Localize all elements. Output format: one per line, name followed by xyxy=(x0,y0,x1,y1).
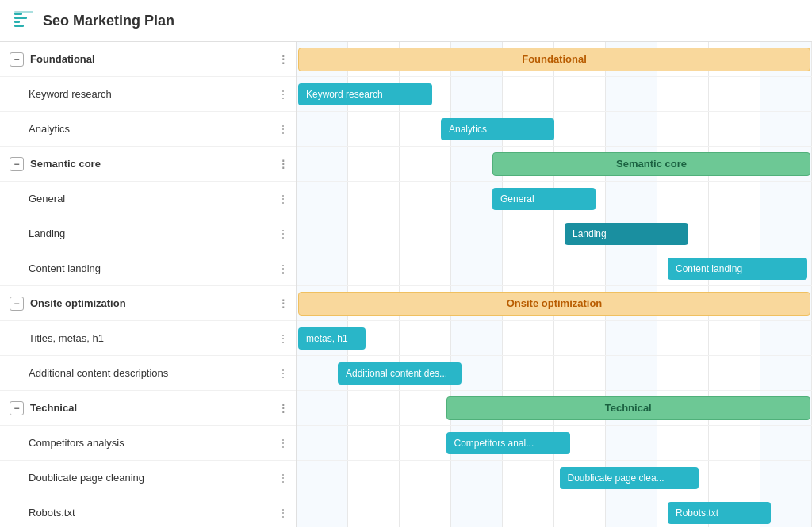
gantt-row-keyword-research: Keyword research xyxy=(297,77,812,112)
bar-general[interactable]: General xyxy=(492,188,596,210)
menu-technical[interactable]: ⋮ xyxy=(278,402,289,415)
bar-competitors-analysis[interactable]: Competitors anal... xyxy=(446,432,570,454)
bar-doublicate-page[interactable]: Doublicate page clea... xyxy=(560,467,699,489)
bar-analytics[interactable]: Analytics xyxy=(441,118,554,140)
bar-onsite-group[interactable]: Onsite optimization xyxy=(298,292,810,316)
gantt-panel: Foundational Keyword research Analytics xyxy=(297,42,812,527)
menu-competitors-analysis[interactable]: ⋮ xyxy=(278,437,289,450)
row-content-landing[interactable]: Content landing ⋮ xyxy=(0,251,296,286)
bar-semantic-core-group[interactable]: Semantic core xyxy=(492,152,810,176)
bar-technical-group[interactable]: Technical xyxy=(446,396,811,420)
gantt-inner: Foundational Keyword research Analytics xyxy=(297,42,812,527)
row-semantic-core[interactable]: − Semantic core ⋮ xyxy=(0,147,296,182)
label-robots-txt: Robots.txt xyxy=(29,507,75,518)
menu-additional-content[interactable]: ⋮ xyxy=(278,367,289,380)
label-competitors-analysis: Competitors analysis xyxy=(29,437,124,449)
label-doublicate-page: Doublicate page cleaning xyxy=(29,472,144,484)
svg-rect-4 xyxy=(14,11,33,13)
bar-semantic-core-label: Semantic core xyxy=(616,158,687,170)
menu-landing[interactable]: ⋮ xyxy=(278,228,289,240)
bar-content-landing[interactable]: Content landing xyxy=(668,258,807,280)
bar-onsite-group-label: Onsite optimization xyxy=(507,297,603,309)
bar-keyword-research[interactable]: Keyword research xyxy=(298,83,432,105)
gantt-row-general: General xyxy=(297,182,812,216)
svg-rect-1 xyxy=(14,17,27,19)
gantt-row-additional-content: Additional content des... xyxy=(297,356,812,391)
gantt-row-onsite: Onsite optimization xyxy=(297,286,812,321)
svg-rect-0 xyxy=(14,13,22,15)
main-content: − Foundational ⋮ Keyword research ⋮ Anal… xyxy=(0,42,812,527)
app-header: Seo Marketing Plan xyxy=(0,0,812,42)
gantt-row-semantic-core: Semantic core xyxy=(297,147,812,182)
collapse-onsite[interactable]: − xyxy=(10,297,24,311)
gantt-row-robots-txt: Robots.txt xyxy=(297,495,812,527)
gantt-row-landing: Landing xyxy=(297,216,812,251)
label-onsite-optimization: Onsite optimization xyxy=(30,297,126,309)
bar-keyword-research-label: Keyword research xyxy=(306,89,383,100)
bar-content-landing-label: Content landing xyxy=(676,263,742,274)
collapse-semantic-core[interactable]: − xyxy=(10,157,24,171)
menu-general[interactable]: ⋮ xyxy=(278,193,289,205)
label-landing: Landing xyxy=(29,228,65,239)
row-analytics[interactable]: Analytics ⋮ xyxy=(0,112,296,147)
bar-technical-group-label: Technical xyxy=(605,402,652,414)
collapse-foundational[interactable]: − xyxy=(10,52,24,67)
row-foundational[interactable]: − Foundational ⋮ xyxy=(0,42,296,77)
menu-onsite[interactable]: ⋮ xyxy=(278,297,289,310)
bar-competitors-analysis-label: Competitors anal... xyxy=(454,438,534,449)
bar-landing[interactable]: Landing xyxy=(565,223,688,245)
row-competitors-analysis[interactable]: Competitors analysis ⋮ xyxy=(0,426,296,461)
row-landing[interactable]: Landing ⋮ xyxy=(0,216,296,251)
label-keyword-research: Keyword research xyxy=(29,88,112,100)
menu-foundational[interactable]: ⋮ xyxy=(278,53,289,66)
bar-landing-label: Landing xyxy=(573,228,607,239)
row-technical[interactable]: − Technical ⋮ xyxy=(0,391,296,426)
menu-analytics[interactable]: ⋮ xyxy=(278,123,289,136)
menu-titles-metas[interactable]: ⋮ xyxy=(278,332,289,345)
row-onsite-optimization[interactable]: − Onsite optimization ⋮ xyxy=(0,286,296,321)
gantt-row-titles-metas: metas, h1 xyxy=(297,321,812,356)
collapse-technical[interactable]: − xyxy=(10,401,24,415)
bar-foundational-group[interactable]: Foundational xyxy=(298,48,810,71)
svg-rect-2 xyxy=(14,21,20,23)
page-title: Seo Marketing Plan xyxy=(43,13,174,29)
label-additional-content: Additional content descriptions xyxy=(29,367,168,379)
bar-titles-metas[interactable]: metas, h1 xyxy=(298,327,366,350)
bar-analytics-label: Analytics xyxy=(449,124,487,135)
left-panel: − Foundational ⋮ Keyword research ⋮ Anal… xyxy=(0,42,297,527)
gantt-row-foundational: Foundational xyxy=(297,42,812,77)
bar-titles-metas-label: metas, h1 xyxy=(306,333,348,344)
gantt-row-analytics: Analytics xyxy=(297,112,812,147)
app-container: Seo Marketing Plan − Foundational ⋮ Keyw… xyxy=(0,0,812,528)
label-analytics: Analytics xyxy=(29,123,70,135)
row-titles-metas[interactable]: Titles, metas, h1 ⋮ xyxy=(0,321,296,356)
menu-robots-txt[interactable]: ⋮ xyxy=(278,507,289,519)
bar-foundational-group-label: Foundational xyxy=(522,53,587,65)
label-semantic-core: Semantic core xyxy=(30,158,101,170)
menu-doublicate-page[interactable]: ⋮ xyxy=(278,472,289,484)
gantt-icon xyxy=(13,10,35,32)
svg-rect-3 xyxy=(14,25,24,27)
row-general[interactable]: General ⋮ xyxy=(0,182,296,216)
row-keyword-research[interactable]: Keyword research ⋮ xyxy=(0,77,296,112)
menu-semantic-core[interactable]: ⋮ xyxy=(278,158,289,170)
bar-robots-txt-label: Robots.txt xyxy=(676,507,718,518)
bar-additional-content-label: Additional content des... xyxy=(346,368,447,379)
bar-doublicate-page-label: Doublicate page clea... xyxy=(568,473,665,484)
label-general: General xyxy=(29,193,65,205)
label-technical: Technical xyxy=(30,402,77,414)
menu-keyword-research[interactable]: ⋮ xyxy=(278,88,289,101)
label-content-landing: Content landing xyxy=(29,262,101,274)
bar-robots-txt[interactable]: Robots.txt xyxy=(668,502,771,524)
gantt-row-doublicate-page: Doublicate page clea... xyxy=(297,461,812,495)
row-doublicate-page[interactable]: Doublicate page cleaning ⋮ xyxy=(0,461,296,495)
row-additional-content[interactable]: Additional content descriptions ⋮ xyxy=(0,356,296,391)
gantt-row-content-landing: Content landing xyxy=(297,251,812,286)
gantt-row-technical: Technical xyxy=(297,391,812,426)
bar-general-label: General xyxy=(500,193,534,205)
label-foundational: Foundational xyxy=(30,53,95,65)
gantt-row-competitors-analysis: Competitors anal... xyxy=(297,426,812,461)
row-robots-txt[interactable]: Robots.txt ⋮ xyxy=(0,495,296,527)
menu-content-landing[interactable]: ⋮ xyxy=(278,262,289,275)
bar-additional-content[interactable]: Additional content des... xyxy=(338,362,462,385)
